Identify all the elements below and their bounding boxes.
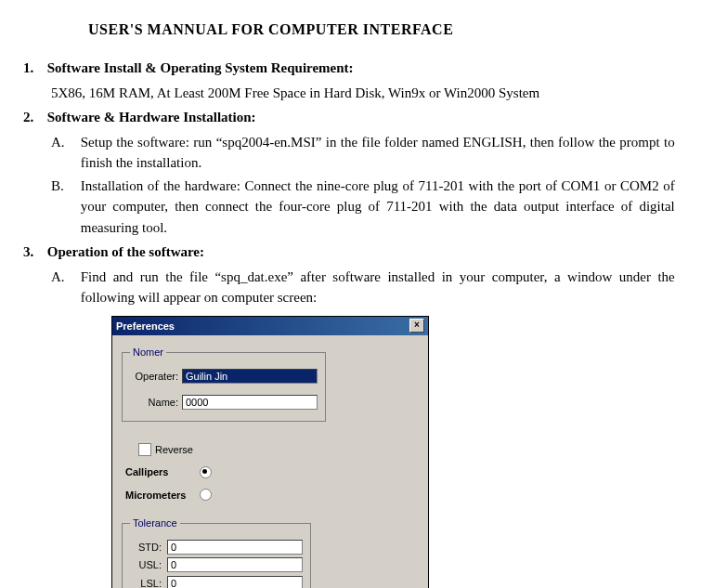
operater-input[interactable]: [182, 369, 318, 384]
usl-input[interactable]: [167, 557, 303, 572]
dialog-title: Preferences: [116, 319, 175, 334]
close-icon[interactable]: ×: [409, 319, 424, 333]
callipers-label: Callipers: [125, 464, 190, 480]
callipers-radio[interactable]: [200, 466, 212, 478]
reverse-label: Reverse: [155, 442, 193, 458]
operater-label: Operater:: [130, 369, 178, 385]
section-3-heading: Operation of the software:: [47, 244, 204, 259]
section-2: 2. Software & Hardware Installation:: [23, 107, 704, 128]
micrometers-label: Micrometers: [125, 488, 190, 503]
section-3a-text: Find and run the file “spq_dat.exe” afte…: [81, 267, 675, 308]
section-2-heading: Software & Hardware Installation:: [47, 110, 256, 124]
section-1: 1. Software Install & Operating System R…: [23, 58, 704, 79]
section-2b: B. Installation of the hardware: Connect…: [51, 176, 704, 239]
doc-title: USER'S MANNUAL FOR COMPUTER INTERFACE: [88, 19, 704, 41]
section-1-body: 5X86, 16M RAM, At Least 200M Free Space …: [51, 83, 704, 104]
section-3a: A. Find and run the file “spq_dat.exe” a…: [51, 267, 704, 308]
name-label: Name:: [130, 395, 178, 411]
callipers-row[interactable]: Callipers: [125, 464, 259, 480]
section-2-num: 2.: [23, 107, 44, 128]
name-input[interactable]: [182, 395, 318, 410]
reverse-row[interactable]: Reverse: [125, 442, 259, 458]
letter-a: A.: [51, 132, 77, 153]
section-2a: A. Setup the software: run “spq2004-en.M…: [51, 132, 704, 174]
letter-b: B.: [51, 176, 77, 197]
section-2b-text: Installation of the hardware: Connect th…: [81, 176, 675, 239]
section-1-heading: Software Install & Operating System Requ…: [47, 60, 354, 75]
section-2a-text: Setup the software: run “spq2004-en.MSI”…: [81, 132, 675, 174]
dialog-titlebar[interactable]: Preferences ×: [112, 317, 428, 336]
std-input[interactable]: [167, 540, 303, 555]
letter-a: A.: [51, 267, 77, 288]
micrometers-row[interactable]: Micrometers: [125, 488, 259, 503]
section-3: 3. Operation of the software:: [23, 242, 704, 263]
group-nomer: Nomer Operater: Name:: [122, 345, 326, 422]
group-tolerance: Tolerance STD: USL: LSL:: [122, 516, 311, 588]
lsl-label: LSL:: [130, 576, 162, 589]
section-3-num: 3.: [23, 242, 44, 263]
std-label: STD:: [130, 540, 162, 555]
lsl-input[interactable]: [167, 576, 303, 588]
reverse-checkbox[interactable]: [138, 443, 151, 456]
nomer-legend: Nomer: [130, 345, 166, 360]
preferences-dialog: Preferences × Nomer Operater: Name:: [111, 316, 429, 589]
micrometers-radio[interactable]: [200, 489, 212, 501]
measure-block: Reverse Callipers Micrometers: [125, 435, 259, 511]
tolerance-legend: Tolerance: [130, 516, 180, 531]
usl-label: USL:: [130, 557, 162, 573]
section-1-num: 1.: [23, 58, 44, 79]
